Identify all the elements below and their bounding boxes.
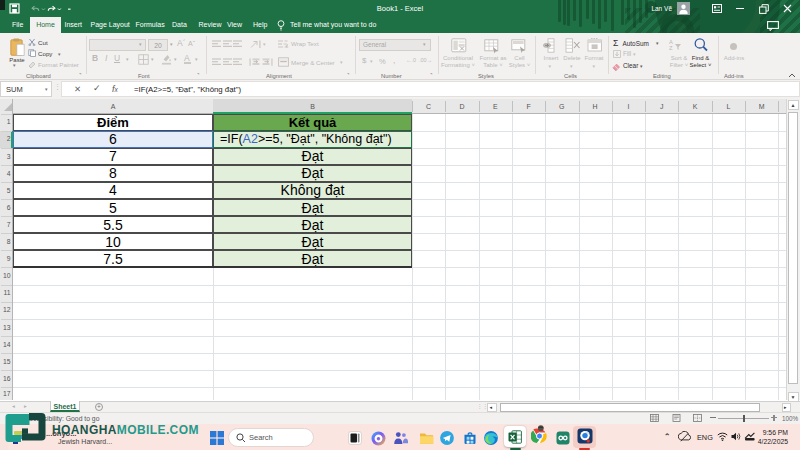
svg-text:Z: Z (669, 45, 673, 51)
svg-text:A: A (669, 39, 673, 45)
